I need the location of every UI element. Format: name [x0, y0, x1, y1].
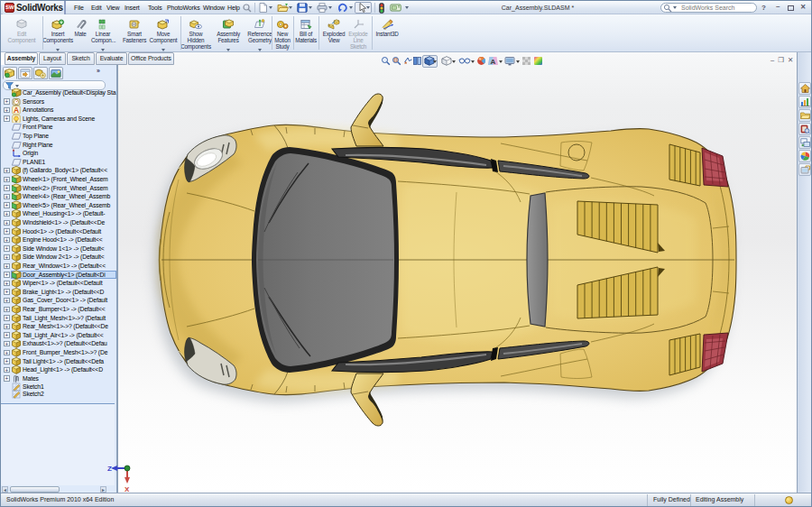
svg-text:A: A — [491, 58, 496, 66]
svg-text:A: A — [14, 106, 19, 115]
svg-text:Z: Z — [107, 465, 112, 473]
